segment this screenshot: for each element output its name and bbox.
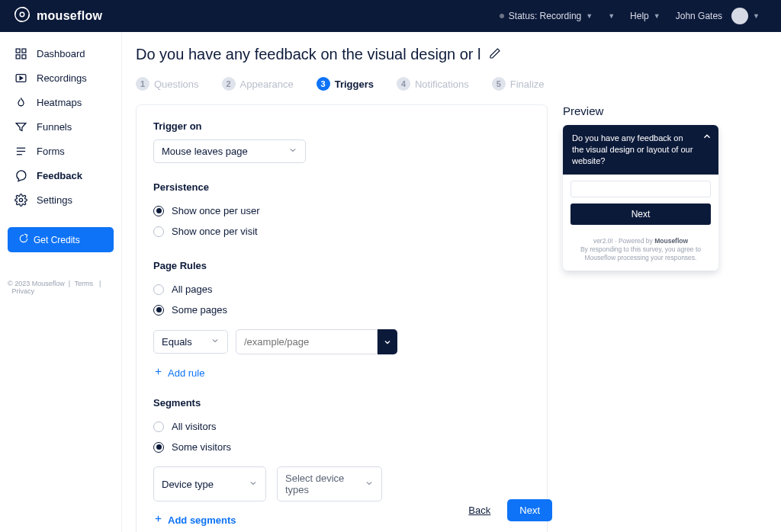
user-name: John Gates bbox=[676, 11, 722, 21]
radio-icon bbox=[153, 421, 164, 432]
radio-icon bbox=[153, 206, 164, 216]
page-rule-row: Equals bbox=[153, 329, 530, 354]
sidebar-item-label: Recordings bbox=[37, 72, 87, 84]
footer-privacy-link[interactable]: Privacy bbox=[12, 287, 35, 295]
forms-icon bbox=[14, 144, 27, 158]
footer-copyright: © 2023 Mouseflow bbox=[8, 280, 65, 287]
step-number: 4 bbox=[397, 77, 410, 91]
rule-operator-value: Equals bbox=[162, 336, 192, 348]
radio-icon bbox=[153, 284, 164, 295]
radio-label: Show once per visit bbox=[172, 226, 258, 237]
preview-next-button[interactable]: Next bbox=[570, 204, 711, 225]
top-extra-dropdown[interactable]: ▼ bbox=[600, 12, 622, 20]
step-questions[interactable]: 1 Questions bbox=[136, 77, 199, 91]
sidebar-item-forms[interactable]: Forms bbox=[8, 139, 114, 163]
svg-point-10 bbox=[19, 198, 22, 201]
help-dropdown[interactable]: Help ▼ bbox=[622, 11, 668, 21]
radio-some-pages[interactable]: Some pages bbox=[153, 300, 530, 320]
preview-answer-input[interactable] bbox=[570, 181, 711, 197]
credits-icon bbox=[18, 233, 29, 246]
status-dropdown[interactable]: Status: Recording ▼ bbox=[492, 11, 600, 21]
segments-section-label: Segments bbox=[153, 397, 530, 409]
chevron-down-icon: ▼ bbox=[586, 12, 593, 20]
sidebar-item-label: Heatmaps bbox=[37, 97, 82, 108]
sidebar-item-label: Dashboard bbox=[37, 48, 85, 59]
step-number: 5 bbox=[492, 77, 506, 91]
svg-point-0 bbox=[20, 12, 24, 17]
footer-terms-link[interactable]: Terms bbox=[75, 280, 94, 287]
step-label: Questions bbox=[154, 79, 199, 90]
settings-icon bbox=[14, 193, 27, 207]
status-dot-icon bbox=[500, 14, 504, 18]
preview-column: Preview Do you have any feedback on the … bbox=[563, 104, 760, 271]
radio-icon bbox=[153, 442, 164, 453]
brand-logo[interactable]: mouseflow bbox=[14, 6, 102, 26]
trigger-section-label: Trigger on bbox=[153, 120, 530, 132]
funnels-icon bbox=[14, 120, 27, 133]
persistence-section-label: Persistence bbox=[153, 181, 530, 193]
stepper: 1 Questions 2 Appearance 3 Triggers 4 No… bbox=[136, 77, 760, 91]
back-button[interactable]: Back bbox=[468, 505, 490, 516]
chevron-down-icon bbox=[288, 146, 297, 157]
radio-all-pages[interactable]: All pages bbox=[153, 279, 530, 300]
svg-rect-3 bbox=[16, 54, 20, 58]
get-credits-button[interactable]: Get Credits bbox=[8, 227, 114, 252]
step-triggers[interactable]: 3 Triggers bbox=[317, 77, 374, 91]
edit-title-button[interactable] bbox=[489, 47, 501, 62]
topbar: mouseflow Status: Recording ▼ ▼ Help ▼ J… bbox=[0, 0, 781, 32]
sidebar-footer: © 2023 Mouseflow | Terms | Privacy bbox=[8, 280, 114, 295]
sidebar-item-dashboard[interactable]: Dashboard bbox=[8, 41, 114, 66]
dashboard-icon bbox=[14, 46, 27, 60]
main: Do you have any feedback on the visual d… bbox=[122, 32, 781, 532]
avatar bbox=[731, 8, 748, 24]
radio-once-per-visit[interactable]: Show once per visit bbox=[153, 221, 530, 242]
step-label: Finalize bbox=[510, 79, 545, 90]
step-notifications[interactable]: 4 Notifications bbox=[397, 77, 469, 91]
add-rule-label: Add rule bbox=[168, 367, 204, 379]
sidebar-item-recordings[interactable]: Recordings bbox=[8, 66, 114, 90]
radio-once-per-user[interactable]: Show once per user bbox=[153, 200, 530, 221]
recordings-icon bbox=[14, 71, 27, 85]
radio-label: Some pages bbox=[172, 304, 227, 316]
heatmaps-icon bbox=[14, 95, 27, 109]
preview-next-label: Next bbox=[632, 209, 651, 220]
next-button[interactable]: Next bbox=[507, 499, 552, 521]
rule-dropdown-button[interactable] bbox=[378, 329, 397, 354]
page-rules-section-label: Page Rules bbox=[153, 260, 530, 271]
step-appearance[interactable]: 2 Appearance bbox=[222, 77, 294, 91]
preview-footer: ver2.0! · Powered by Mouseflow By respon… bbox=[563, 232, 718, 271]
plus-icon bbox=[153, 367, 163, 379]
footer-buttons: Back Next bbox=[136, 499, 560, 521]
segment-value-select[interactable]: Select device types bbox=[277, 466, 382, 502]
brand-logo-icon bbox=[14, 6, 31, 26]
user-menu[interactable]: John Gates ▼ bbox=[668, 8, 767, 24]
sidebar-item-settings[interactable]: Settings bbox=[8, 187, 114, 212]
svg-marker-6 bbox=[20, 76, 23, 79]
svg-rect-2 bbox=[21, 49, 25, 53]
sidebar-item-funnels[interactable]: Funnels bbox=[8, 114, 114, 139]
segment-type-select[interactable]: Device type bbox=[153, 466, 266, 502]
help-label: Help bbox=[630, 11, 649, 21]
sidebar-item-label: Feedback bbox=[37, 170, 82, 181]
sidebar-item-heatmaps[interactable]: Heatmaps bbox=[8, 90, 114, 114]
trigger-select[interactable]: Mouse leaves page bbox=[153, 139, 306, 163]
radio-all-visitors[interactable]: All visitors bbox=[153, 416, 530, 437]
sidebar-item-label: Funnels bbox=[37, 121, 72, 133]
step-label: Triggers bbox=[335, 79, 374, 90]
preview-collapse-button[interactable] bbox=[702, 131, 712, 145]
preview-footer-disclaimer: By responding to this survey, you agree … bbox=[580, 245, 701, 261]
rule-operator-select[interactable]: Equals bbox=[153, 330, 228, 354]
rule-value-input[interactable] bbox=[236, 329, 378, 354]
step-finalize[interactable]: 5 Finalize bbox=[492, 77, 545, 91]
sidebar-item-label: Forms bbox=[37, 146, 65, 157]
add-rule-button[interactable]: Add rule bbox=[153, 367, 530, 379]
segment-row: Device type Select device types bbox=[153, 466, 530, 502]
svg-rect-1 bbox=[16, 49, 20, 53]
radio-some-visitors[interactable]: Some visitors bbox=[153, 437, 530, 457]
step-number: 2 bbox=[222, 77, 236, 91]
feedback-icon bbox=[14, 168, 27, 182]
settings-card: Trigger on Mouse leaves page Persistence… bbox=[136, 104, 548, 532]
sidebar-item-feedback[interactable]: Feedback bbox=[8, 163, 114, 187]
trigger-select-value: Mouse leaves page bbox=[162, 146, 248, 157]
preview-widget: Do you have any feedback on the visual d… bbox=[563, 125, 718, 271]
